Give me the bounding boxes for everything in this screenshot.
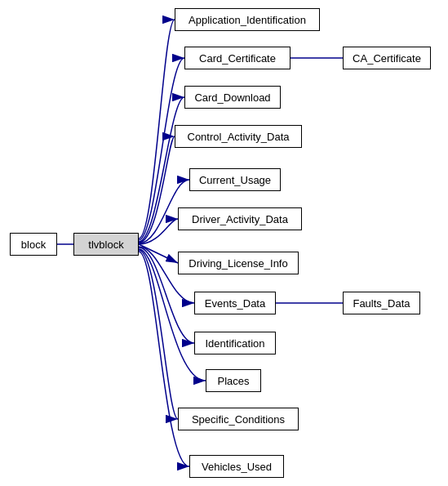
node-driving-license-info: Driving_License_Info: [178, 252, 299, 274]
diagram-container: tlvblock block Application_Identificatio…: [0, 0, 448, 486]
node-card-certificate: Card_Certificate: [184, 47, 291, 69]
node-driver-activity-data: Driver_Activity_Data: [178, 207, 302, 230]
node-block: block: [10, 233, 57, 256]
node-specific-conditions: Specific_Conditions: [178, 408, 299, 430]
node-ca-certificate: CA_Certificate: [343, 47, 431, 69]
node-current-usage: Current_Usage: [189, 168, 281, 191]
node-faults-data: Faults_Data: [343, 292, 420, 314]
node-tlvblock: tlvblock: [73, 233, 139, 256]
node-vehicles-used: Vehicles_Used: [189, 455, 284, 478]
node-identification: Identification: [194, 332, 276, 354]
node-application-identification: Application_Identification: [175, 8, 320, 31]
node-events-data: Events_Data: [194, 292, 276, 314]
node-control-activity-data: Control_Activity_Data: [175, 125, 302, 148]
node-card-download: Card_Download: [184, 86, 281, 109]
node-places: Places: [206, 369, 261, 392]
